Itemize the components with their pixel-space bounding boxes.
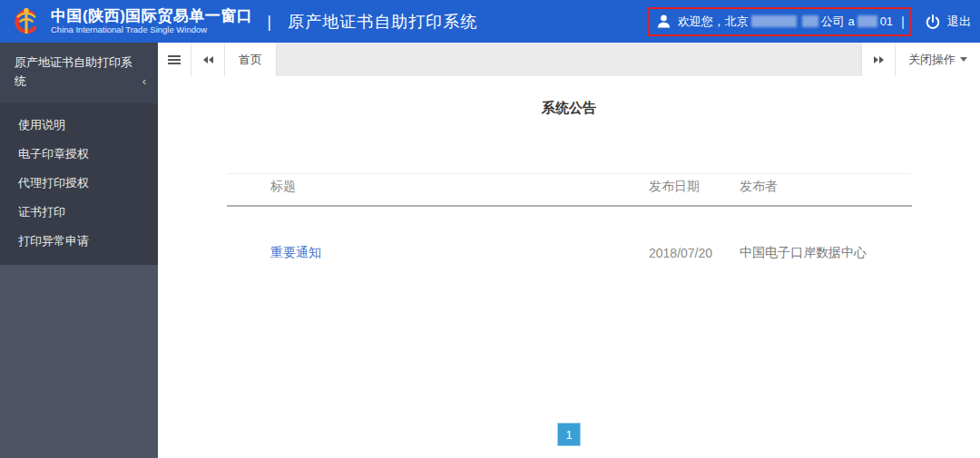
redacted-account: [858, 15, 877, 27]
top-header: 中国(陕西)国际贸易单一窗口 China International Trade…: [0, 0, 980, 43]
scroll-tabs-right-button[interactable]: [861, 43, 895, 76]
double-chevron-left-icon: [203, 56, 208, 63]
column-header-publisher: 发布者: [740, 174, 912, 207]
header-divider: |: [267, 12, 271, 32]
power-icon[interactable]: [925, 14, 941, 30]
redacted-company-name: [751, 15, 797, 27]
column-header-date: 发布日期: [649, 174, 740, 207]
welcome-text: 欢迎您，北京公司 a01: [678, 14, 893, 30]
caret-down-icon: [960, 57, 967, 62]
notice-link[interactable]: 重要通知: [270, 245, 321, 259]
redacted-company-name-2: [802, 15, 818, 27]
sidebar-filler: [0, 265, 158, 458]
page-1-button[interactable]: 1: [557, 423, 581, 446]
user-icon: [656, 14, 671, 29]
org-subtitle: China International Trade Single Window: [51, 25, 252, 35]
tab-home[interactable]: 首页: [225, 43, 277, 76]
tab-strip-filler: [277, 43, 861, 76]
announcement-table: 标题 发布日期 发布者 重要通知 2018/07/20 中国电子口岸数据中心: [227, 173, 912, 270]
welcome-divider: |: [901, 14, 905, 29]
table-header-row: 标题 发布日期 发布者: [227, 174, 912, 207]
china-eport-logo-icon: [9, 5, 44, 39]
table-row: 重要通知 2018/07/20 中国电子口岸数据中心: [227, 206, 912, 270]
sidebar-item-certificate-print[interactable]: 证书打印: [0, 198, 158, 227]
org-title-block: 中国(陕西)国际贸易单一窗口 China International Trade…: [51, 7, 252, 35]
sidebar-item-usage-instructions[interactable]: 使用说明: [0, 111, 158, 140]
app-title: 原产地证书自助打印系统: [288, 11, 477, 33]
scroll-tabs-left-button[interactable]: [191, 43, 225, 76]
welcome-annotation-box: 欢迎您，北京公司 a01 |: [647, 7, 912, 36]
collapse-chevron-icon[interactable]: ‹: [142, 72, 146, 91]
notice-date: 2018/07/20: [649, 206, 740, 270]
sidebar-item-print-exception-request[interactable]: 打印异常申请: [0, 227, 158, 256]
tab-bar: 首页 关闭操作: [158, 43, 980, 76]
sidebar-item-eseal-authorization[interactable]: 电子印章授权: [0, 140, 158, 169]
hamburger-icon: [168, 59, 181, 61]
logout-label[interactable]: 退出: [947, 14, 971, 30]
page: 中国(陕西)国际贸易单一窗口 China International Trade…: [0, 0, 980, 458]
logout-button[interactable]: 退出: [925, 14, 971, 30]
close-operations-dropdown[interactable]: 关闭操作: [895, 43, 980, 76]
notice-link-cell: 重要通知: [227, 206, 649, 270]
notice-publisher: 中国电子口岸数据中心: [740, 206, 912, 270]
column-header-title: 标题: [227, 174, 649, 207]
toggle-sidebar-button[interactable]: [158, 43, 191, 76]
content-area: 系统公告 标题 发布日期 发布者 重: [158, 76, 980, 458]
pagination: 1: [158, 423, 980, 446]
sidebar-title[interactable]: 原产地证书自助打印系统 ‹: [0, 43, 158, 103]
double-chevron-right-icon: [874, 56, 878, 63]
page-title: 系统公告: [158, 100, 980, 117]
header-right: 欢迎您，北京公司 a01 | 退出: [647, 7, 971, 36]
org-title: 中国(陕西)国际贸易单一窗口: [51, 7, 252, 25]
sidebar: 原产地证书自助打印系统 ‹ 使用说明 电子印章授权 代理打印授权 证书打印 打印…: [0, 43, 158, 458]
sidebar-menu: 使用说明 电子印章授权 代理打印授权 证书打印 打印异常申请: [0, 103, 158, 265]
sidebar-item-agent-print-authorization[interactable]: 代理打印授权: [0, 169, 158, 198]
